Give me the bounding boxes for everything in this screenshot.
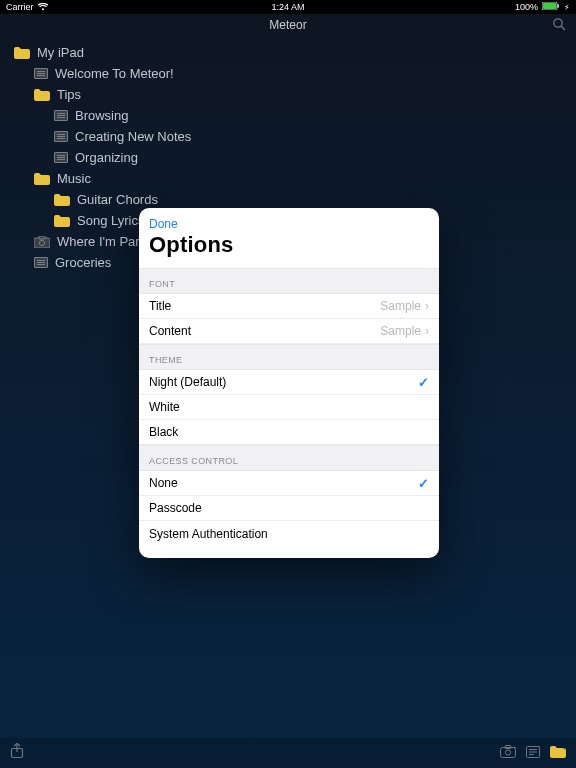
cell-access-passcode[interactable]: Passcode — [139, 496, 439, 521]
checkmark-icon: ✓ — [418, 476, 429, 491]
cell-theme-black[interactable]: Black — [139, 420, 439, 445]
cell-label: Night (Default) — [149, 375, 226, 389]
cell-font-title[interactable]: Title Sample › — [139, 294, 439, 319]
cell-theme-white[interactable]: White — [139, 395, 439, 420]
cell-theme-night[interactable]: Night (Default) ✓ — [139, 370, 439, 395]
cell-label: White — [149, 400, 180, 414]
sheet-nav: Done — [139, 208, 439, 226]
cell-label: System Authentication — [149, 527, 268, 541]
options-sheet: Done Options FONT Title Sample › Content… — [139, 208, 439, 558]
chevron-right-icon: › — [425, 299, 429, 313]
cell-access-none[interactable]: None ✓ — [139, 471, 439, 496]
done-button[interactable]: Done — [149, 217, 178, 231]
section-header-access: ACCESS CONTROL — [139, 445, 439, 471]
section-header-font: FONT — [139, 268, 439, 294]
cell-label: Passcode — [149, 501, 202, 515]
cell-value: Sample — [380, 299, 421, 313]
cell-font-content[interactable]: Content Sample › — [139, 319, 439, 344]
cell-label: None — [149, 476, 178, 490]
cell-label: Content — [149, 324, 191, 338]
cell-value: Sample — [380, 324, 421, 338]
cell-label: Black — [149, 425, 178, 439]
cell-label: Title — [149, 299, 171, 313]
chevron-right-icon: › — [425, 324, 429, 338]
cell-access-system[interactable]: System Authentication — [139, 521, 439, 546]
sheet-title: Options — [139, 226, 439, 268]
section-header-theme: THEME — [139, 344, 439, 370]
checkmark-icon: ✓ — [418, 375, 429, 390]
